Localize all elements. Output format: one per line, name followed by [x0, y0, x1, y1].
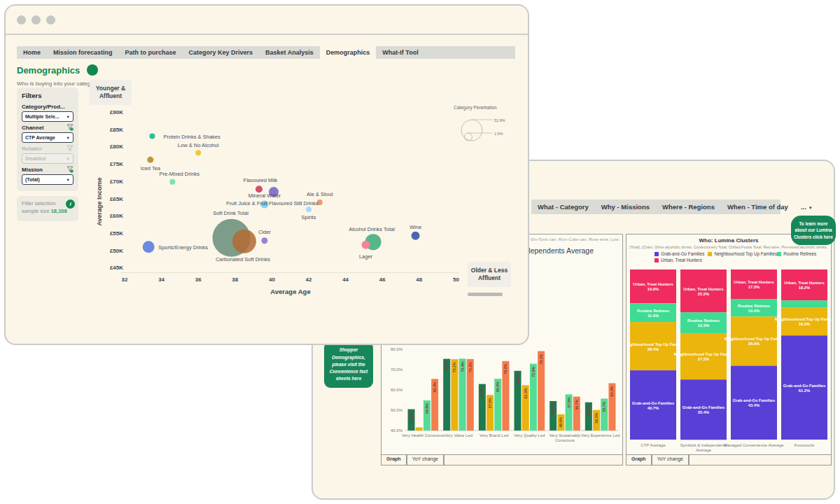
tab-category-key-drivers[interactable]: Category Key Drivers — [183, 46, 260, 59]
footer-tab-yoy-change[interactable]: YoY change — [407, 454, 444, 465]
channel-dropdown[interactable]: CTP Average ▼ — [22, 132, 74, 143]
footer-tab-spacer — [689, 454, 832, 465]
tab-what-if-tool[interactable]: What-If Tool — [376, 46, 424, 59]
bubble-flavoured-milk[interactable] — [255, 186, 262, 192]
chevron-down-icon: ▼ — [66, 136, 70, 140]
bubble-low-no-alcohol[interactable] — [195, 150, 201, 155]
dashboard-window: HomeMission forecastingPath to purchaseC… — [4, 4, 529, 345]
category-dropdown-value: Multiple Sele... — [25, 114, 59, 119]
bar-value-label: 75.2% — [468, 362, 472, 372]
back-tab-bar: What - CategoryWhy - MissionsWhere - Reg… — [531, 200, 780, 214]
bar-value-label: 74.2% — [503, 364, 507, 374]
segment-value-label: 25.2% — [698, 292, 709, 296]
segment-name-label: Urban, Treat Hunters — [734, 280, 774, 284]
info-icon[interactable]: i — [87, 64, 98, 76]
bar-value-label: 54.8% — [425, 403, 429, 414]
bubble-label: Ale & Stout — [307, 191, 333, 197]
tab-what-category[interactable]: What - Category — [531, 200, 595, 214]
tab-mission-forecasting[interactable]: Mission forecasting — [47, 46, 119, 59]
legend-item-grab-and-go-families: Grab-and-Go Families — [654, 251, 708, 256]
segment-name-label: Routine Retirees — [687, 318, 720, 323]
bar-value-label: 75.3% — [444, 361, 449, 372]
filter-funnel-icon[interactable] — [66, 166, 74, 173]
y-axis-title: Average Income — [96, 177, 103, 225]
segment-name-label: Neighbourhood Top Up Fami... — [627, 342, 683, 346]
bubble-carbonated-soft-drinks[interactable] — [232, 230, 256, 253]
legend-label: Neighbourhood Top Up Families — [714, 251, 777, 256]
bar-value-label: 75.1% — [452, 362, 456, 372]
window-dot-icon[interactable] — [17, 15, 26, 24]
bar-very-health-conscious-s1[interactable] — [416, 428, 423, 430]
tab-why-missions[interactable]: Why - Missions — [595, 200, 656, 214]
bar-value-label: 50.5% — [410, 412, 414, 422]
footer-tab-graph[interactable]: Graph — [381, 454, 407, 465]
category-penetration-legend: Category Penetration 52.8%2.9% — [437, 105, 514, 148]
panel-subtitle-fragment: e.g. Gin-Tonic can, Rum-Coke can, Rose w… — [522, 237, 620, 241]
filter-funnel-icon[interactable] — [66, 124, 74, 131]
tab-when-time-of-day[interactable]: When - Time of day — [721, 200, 794, 214]
segment-routine-retirees-forecourts[interactable] — [781, 300, 827, 307]
legend-label: Urban, Treat Hunters — [661, 258, 702, 262]
legend-label: Routine Retirees — [783, 251, 816, 256]
bubble-label: Pre-Mixed Drinks — [160, 171, 200, 177]
y-tick-label: £80K — [110, 144, 123, 150]
tab-basket-analysis[interactable]: Basket Analysis — [259, 46, 320, 59]
sample-line1: Filter selection — [22, 200, 55, 206]
tab-where-regions[interactable]: Where - Regions — [656, 200, 721, 214]
bubble-spirits[interactable] — [306, 206, 312, 212]
x-category-label: Very Value Led — [444, 433, 472, 438]
segment-value-label: 18.2% — [799, 286, 810, 290]
bubble-iced-tea[interactable] — [147, 157, 153, 163]
segment-value-label: 10.4% — [748, 309, 760, 313]
x-tick-label: 46 — [379, 276, 386, 283]
segment-name-label: Routine Retirees — [738, 304, 770, 308]
segment-value-label: 27.2% — [698, 357, 709, 361]
page-subtitle: Who is buying into your category? — [17, 80, 102, 87]
bubble-label: Low & No Alcohol — [178, 142, 219, 148]
bar-value-label: 56.7% — [575, 399, 579, 410]
tab-home[interactable]: Home — [17, 46, 47, 59]
bubble-pre-mixed-drinks[interactable] — [169, 179, 175, 185]
chevron-down-icon: ▼ — [808, 206, 813, 210]
bubble-cider[interactable] — [261, 237, 267, 244]
bar-value-label: 48.0% — [559, 417, 563, 428]
bubble-label: Fruit Juice & Fruit Flavoured Still Drin… — [226, 200, 318, 206]
legend-min-label: 2.9% — [494, 132, 503, 136]
x-tick-label: 36 — [195, 276, 202, 283]
bar-value-label: 55.7% — [602, 401, 606, 412]
bubble-lager[interactable] — [362, 241, 370, 249]
segment-value-label: 17.3% — [748, 285, 760, 289]
bubble-wine[interactable] — [412, 232, 420, 240]
window-dot-icon[interactable] — [31, 15, 41, 24]
sample-size-value: 18,108 — [51, 208, 67, 214]
window-dot-icon[interactable] — [46, 15, 55, 24]
filters-header: Filters — [22, 92, 74, 99]
bubble-sports-energy-drinks[interactable] — [143, 241, 155, 253]
category-dropdown[interactable]: Multiple Sele... ▼ — [22, 111, 74, 122]
x-tick-label: 42 — [306, 276, 312, 283]
tab-demographics[interactable]: Demographics — [320, 46, 377, 59]
tab-path-to-purchase[interactable]: Path to purchase — [119, 46, 183, 59]
info-icon[interactable]: i — [66, 200, 75, 209]
filter-selection-sample: Filter selection sample size 18,108 i — [17, 196, 78, 221]
bubble-label: Sports/Energy Drinks — [158, 244, 208, 251]
bar-value-label: 50.1% — [594, 412, 598, 423]
segment-name-label: Urban, Treat Hunters — [683, 287, 723, 291]
legend-item-urban-treat-hunters: Urban, Treat Hunters — [654, 258, 708, 262]
bar-value-label: 53.9% — [587, 405, 591, 415]
category-filter-label: Category/Prod... — [22, 104, 65, 110]
footer-tab-graph[interactable]: Graph — [626, 454, 652, 465]
bubble-label: Flavoured Milk — [244, 177, 278, 183]
bar-value-label: 75.4% — [461, 361, 465, 372]
horizontal-scrollbar-thumb[interactable] — [468, 293, 503, 296]
bar-value-label: 65.4% — [433, 382, 437, 392]
bubble-protein-drinks-shakes[interactable] — [149, 134, 155, 139]
mission-dropdown[interactable]: (Total) ▼ — [22, 174, 74, 185]
lumina-clusters-callout[interactable]: To learn more about our Lumina Clusters … — [791, 216, 836, 245]
y-tick-label: 80.0% — [391, 347, 403, 351]
tab-overflow[interactable]: ...▼ — [794, 200, 819, 214]
footer-tab-spacer — [444, 454, 623, 465]
footer-tab-yoy-change[interactable]: YoY change — [652, 454, 689, 465]
segment-value-label: 28.9% — [748, 342, 760, 346]
bubble-label: Carbonated Soft Drinks — [216, 256, 270, 262]
